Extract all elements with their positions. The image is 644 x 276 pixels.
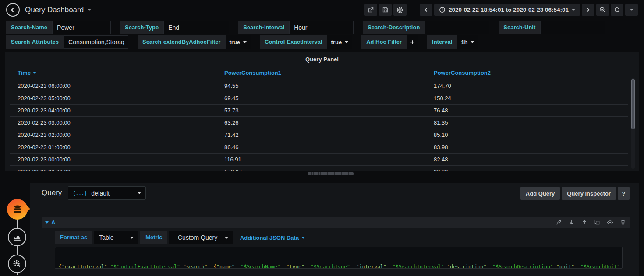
select-value: - Custom Query -: [174, 234, 221, 241]
tab-visualization[interactable]: [8, 228, 26, 246]
pc1-cell: 57.73: [215, 104, 424, 116]
select-caret-icon: [471, 41, 474, 43]
pc1-cell: 116.91: [215, 153, 424, 165]
move-query-up-button[interactable]: [581, 219, 587, 226]
time-range-picker[interactable]: 2020-02-22 18:54:01 to 2020-02-23 06:54:…: [434, 4, 580, 16]
query-editor-panel: Query {...} default Add Query Query Insp…: [30, 183, 639, 276]
query-inspector-button[interactable]: Query Inspector: [562, 187, 616, 200]
page-title: Query Dashboard: [25, 6, 84, 14]
interval-select[interactable]: 1h: [457, 35, 478, 49]
pc2-cell: 76.48: [424, 104, 628, 116]
extend-by-adhoc-select[interactable]: true: [226, 35, 251, 49]
time-cell: 2020-02-23 05:00:00: [10, 92, 215, 104]
plus-icon: [410, 39, 415, 45]
zoom-out-icon: [599, 7, 606, 13]
time-range-text: 2020-02-22 18:54:01 to 2020-02-23 06:54:…: [449, 7, 569, 13]
format-as-select[interactable]: Table: [94, 231, 138, 244]
filter-label: Search-Unit: [499, 21, 540, 34]
horizontal-scrollbar[interactable]: [308, 172, 354, 175]
tab-general-settings[interactable]: [8, 255, 26, 273]
refresh-button[interactable]: [611, 4, 623, 16]
select-value: Table: [99, 234, 113, 241]
datasource-picker[interactable]: {...} default: [68, 186, 146, 200]
filter-extend-by-adhoc: Search-extendByAdhocFilter true: [138, 35, 251, 49]
filter-search-unit: Search-Unit: [499, 21, 605, 34]
filter-label: Control-ExactInterval: [260, 35, 327, 49]
filter-search-interval: Search-Interval: [238, 21, 354, 34]
sort-caret-icon: [33, 72, 36, 74]
filter-label: Interval: [427, 35, 457, 49]
custom-query-code-editor[interactable]: {"exactInterval":"$ControlExactInterval"…: [55, 247, 623, 269]
select-caret-icon: [243, 41, 247, 43]
dashboard-title-menu[interactable]: Query Dashboard: [25, 6, 91, 14]
table-scrollbar-thumb[interactable]: [631, 79, 635, 129]
edit-tab-rail: [5, 199, 30, 276]
back-arrow-icon: [10, 7, 17, 14]
arrow-up-icon: [581, 219, 587, 225]
delete-query-button[interactable]: [620, 219, 626, 226]
pc2-cell: 92.39: [424, 165, 628, 171]
table-scrollbar-track: [631, 78, 635, 169]
search-attributes-input[interactable]: [64, 35, 128, 49]
pc1-cell: 63.26: [215, 116, 424, 129]
column-header-time[interactable]: Time: [10, 66, 215, 80]
table-header-row: Time PowerConsumption1 PowerConsumption2: [10, 66, 628, 80]
time-cell: 2020-02-23 01:00:00: [10, 141, 215, 153]
table-row: 2020-02-23 01:00:0086.4683.98: [10, 141, 628, 153]
search-name-input[interactable]: [52, 21, 111, 34]
filter-label: Search-Description: [363, 21, 425, 34]
search-type-input[interactable]: [163, 21, 229, 34]
toggle-label: Additional JSON Data: [240, 234, 299, 241]
query-row-header[interactable]: A: [42, 217, 630, 228]
query-section-title: Query: [42, 189, 62, 197]
chevron-right-icon: [585, 7, 591, 13]
adhoc-add-button[interactable]: [407, 35, 418, 49]
search-unit-input[interactable]: [540, 21, 605, 34]
back-button[interactable]: [6, 3, 20, 17]
clock-icon: [439, 7, 446, 13]
table-row: 2020-02-23 06:00:0094.55174.70: [10, 80, 628, 92]
column-header-pc1[interactable]: PowerConsumption1: [215, 66, 424, 80]
time-cell: 2020-02-23 06:00:00: [10, 80, 215, 92]
trash-icon: [620, 219, 626, 225]
time-cell: 2020-02-23 02:00:00: [10, 129, 215, 141]
pc1-cell: 176.67: [215, 165, 424, 171]
tab-queries[interactable]: [7, 199, 28, 220]
filter-label: Search-Type: [120, 21, 163, 34]
edit-query-button[interactable]: [556, 219, 562, 226]
pc2-cell: 81.35: [424, 116, 628, 129]
panel-title[interactable]: Query Panel: [5, 52, 639, 66]
filter-search-type: Search-Type: [120, 21, 229, 34]
add-query-button[interactable]: Add Query: [520, 187, 560, 200]
help-button[interactable]: ?: [618, 187, 630, 200]
share-button[interactable]: [364, 4, 377, 16]
search-description-input[interactable]: [425, 21, 489, 34]
database-icon: [12, 204, 23, 215]
additional-json-data-toggle[interactable]: Additional JSON Data: [240, 234, 305, 241]
metric-select[interactable]: - Custom Query -: [169, 231, 233, 244]
filter-label: Search-Name: [6, 21, 52, 34]
dashboard-root: Query Dashboard 2020-02-22 18:54:01 to 2…: [0, 0, 644, 276]
table-row: 2020-02-23 05:00:0069.45150.24: [10, 92, 628, 104]
editor-header-buttons: Add Query Query Inspector ?: [520, 187, 630, 200]
arrow-down-icon: [569, 219, 575, 225]
save-button[interactable]: [379, 4, 392, 16]
time-back-button[interactable]: [420, 4, 432, 16]
duplicate-query-button[interactable]: [594, 219, 600, 226]
time-forward-button[interactable]: [582, 4, 594, 16]
copy-icon: [594, 219, 600, 225]
table-row: 2020-02-23 04:00:0057.7376.48: [10, 104, 628, 116]
chevron-left-icon: [423, 7, 429, 13]
settings-button[interactable]: [393, 4, 407, 16]
format-as-label: Format as: [55, 231, 92, 244]
exact-interval-select[interactable]: true: [327, 35, 353, 49]
search-interval-input[interactable]: [289, 21, 354, 34]
refresh-interval-dropdown[interactable]: [625, 4, 638, 16]
gear-icon: [396, 7, 403, 14]
move-query-down-button[interactable]: [569, 219, 575, 226]
filter-label: Search-extendByAdhocFilter: [138, 35, 225, 49]
share-icon: [368, 7, 374, 13]
disable-query-button[interactable]: [607, 219, 613, 226]
zoom-out-button[interactable]: [596, 4, 609, 16]
column-header-pc2[interactable]: PowerConsumption2: [424, 66, 628, 80]
